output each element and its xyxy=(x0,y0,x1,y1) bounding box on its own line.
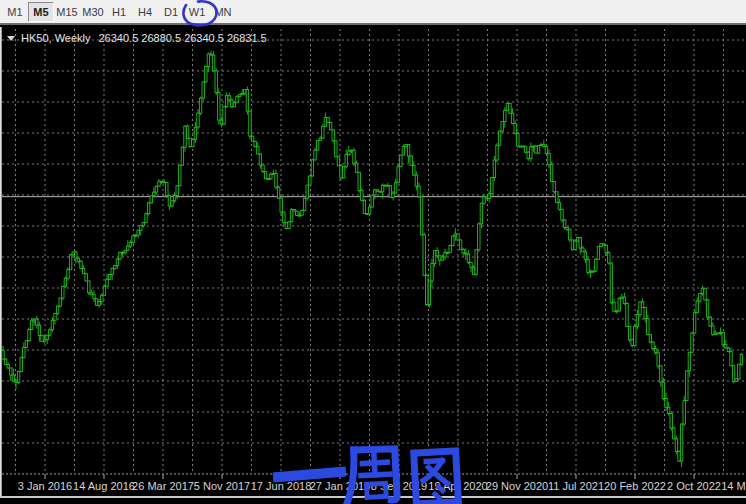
x-axis-label: 14 Aug 2016 xyxy=(73,480,135,492)
symbol-dropdown-icon[interactable] xyxy=(7,36,15,41)
ohlc-readout: 26340.5 26880.5 26340.5 26831.5 xyxy=(99,32,267,44)
mt4-chart-screen: M1M5M15M30H1H4D1W1MN HK50, Weekly 26340.… xyxy=(0,0,746,504)
chart-grid xyxy=(2,29,746,473)
x-axis-label: 20 Feb 2022 xyxy=(604,480,666,492)
x-axis-label: 8 Sep 2019 xyxy=(371,480,427,492)
chart-title: HK50, Weekly 26340.5 26880.5 26340.5 268… xyxy=(7,31,267,44)
x-axis-label: 29 Nov 2020 xyxy=(486,480,548,492)
x-axis-label: 26 Mar 2017 xyxy=(132,480,194,492)
x-axis-label: 27 Jan 2019 xyxy=(310,480,371,492)
symbol-timeframe-label: HK50, Weekly xyxy=(21,32,91,44)
x-axis-label: 2 Oct 2022 xyxy=(667,480,721,492)
candlesticks xyxy=(2,50,743,467)
window-border-left xyxy=(0,27,2,496)
x-axis-label: 3 Jan 2016 xyxy=(18,480,72,492)
x-axis-label: 5 Nov 2017 xyxy=(194,480,250,492)
price-chart[interactable]: 3 Jan 201614 Aug 201626 Mar 20175 Nov 20… xyxy=(0,0,746,504)
window-border-bottom xyxy=(0,496,746,498)
x-axis-label: 17 Jun 2018 xyxy=(251,480,312,492)
x-axis-label: 14 May 2023 xyxy=(721,480,746,492)
x-axis-label: 11 Jul 2021 xyxy=(548,480,604,492)
x-axis-label: 19 Apr 2020 xyxy=(428,480,487,492)
time-axis[interactable]: 3 Jan 201614 Aug 201626 Mar 20175 Nov 20… xyxy=(18,474,746,492)
